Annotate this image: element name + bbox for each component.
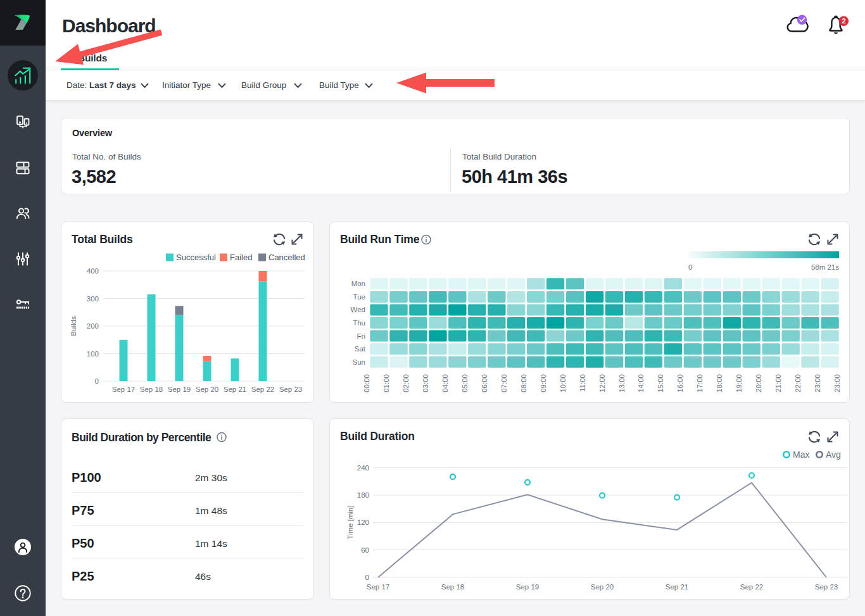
svg-text:17:00: 17:00 — [696, 374, 704, 393]
svg-text:Sep 18: Sep 18 — [140, 386, 163, 393]
svg-text:Sep 17: Sep 17 — [112, 386, 135, 393]
svg-text:19:00: 19:00 — [735, 374, 743, 393]
svg-text:Sun: Sun — [353, 358, 365, 366]
svg-text:Sep 20: Sep 20 — [196, 386, 218, 393]
svg-text:07:00: 07:00 — [500, 374, 508, 393]
svg-text:Sep 21: Sep 21 — [666, 583, 688, 591]
svg-text:05:00: 05:00 — [461, 374, 469, 393]
svg-text:01:00: 01:00 — [382, 374, 390, 393]
svg-text:20:00: 20:00 — [755, 374, 762, 393]
svg-text:18:00: 18:00 — [716, 374, 723, 393]
svg-text:04:00: 04:00 — [441, 374, 449, 393]
svg-text:240: 240 — [357, 464, 369, 472]
svg-text:Sep 22: Sep 22 — [740, 583, 763, 591]
svg-text:Avg: Avg — [826, 449, 841, 460]
svg-text:10:00: 10:00 — [559, 374, 567, 393]
svg-text:11:00: 11:00 — [579, 374, 586, 392]
svg-text:00:00: 00:00 — [363, 374, 370, 393]
svg-text:120: 120 — [357, 519, 369, 526]
svg-text:Sep 19: Sep 19 — [168, 386, 191, 393]
svg-text:Sep 18: Sep 18 — [441, 583, 464, 591]
svg-text:Sat: Sat — [355, 345, 366, 353]
svg-text:Successful: Successful — [176, 253, 216, 262]
svg-text:23:00: 23:00 — [833, 374, 841, 393]
svg-text:60: 60 — [361, 546, 369, 554]
svg-text:Max: Max — [793, 449, 809, 460]
svg-text:100: 100 — [87, 350, 99, 358]
svg-text:03:00: 03:00 — [422, 374, 429, 393]
svg-text:Builds: Builds — [70, 316, 77, 336]
svg-text:02:00: 02:00 — [402, 374, 410, 393]
svg-text:0: 0 — [688, 263, 692, 271]
svg-text:Time [min]: Time [min] — [346, 505, 354, 539]
svg-text:Sep 17: Sep 17 — [367, 583, 389, 591]
svg-text:2: 2 — [842, 17, 845, 25]
svg-text:Mon: Mon — [351, 280, 365, 287]
svg-text:16:00: 16:00 — [676, 374, 684, 393]
svg-text:0: 0 — [95, 377, 99, 385]
svg-text:22:00: 22:00 — [794, 374, 802, 393]
svg-text:Sep 21: Sep 21 — [224, 386, 246, 393]
svg-text:Tue: Tue — [353, 293, 365, 301]
svg-text:0: 0 — [365, 574, 369, 581]
svg-text:Sep 19: Sep 19 — [516, 583, 539, 591]
svg-text:400: 400 — [87, 267, 99, 275]
svg-text:09:00: 09:00 — [540, 374, 547, 393]
svg-text:Fri: Fri — [357, 332, 365, 340]
svg-text:58m 21s: 58m 21s — [811, 263, 839, 271]
svg-text:Sep 22: Sep 22 — [251, 386, 274, 393]
svg-text:06:00: 06:00 — [481, 374, 488, 393]
svg-text:12:00: 12:00 — [598, 374, 606, 393]
svg-text:Thu: Thu — [353, 319, 365, 327]
svg-text:21:00: 21:00 — [774, 374, 782, 393]
svg-text:Sep 23: Sep 23 — [279, 386, 302, 393]
svg-text:14:00: 14:00 — [637, 374, 645, 393]
svg-text:Failed: Failed — [230, 253, 252, 262]
svg-text:13:00: 13:00 — [618, 374, 626, 393]
svg-text:Sep 20: Sep 20 — [591, 583, 614, 591]
svg-text:Wed: Wed — [351, 306, 365, 313]
svg-text:180: 180 — [357, 491, 369, 499]
svg-text:08:00: 08:00 — [520, 374, 527, 393]
svg-text:Cancelled: Cancelled — [268, 253, 305, 262]
svg-text:15:00: 15:00 — [657, 374, 664, 393]
svg-text:Sep 23: Sep 23 — [815, 583, 838, 591]
svg-text:300: 300 — [87, 295, 99, 303]
svg-text:23:00: 23:00 — [814, 374, 821, 393]
svg-text:200: 200 — [87, 322, 99, 330]
